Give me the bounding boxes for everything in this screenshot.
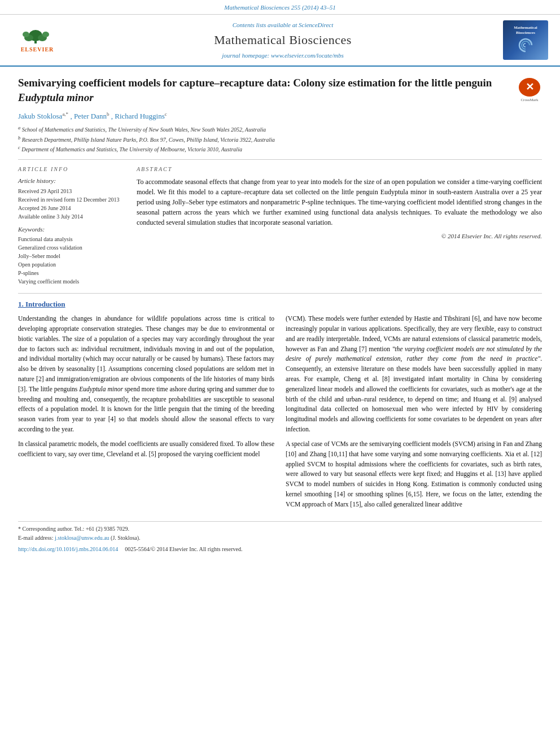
keyword-2: Jolly–Seber model xyxy=(18,252,125,260)
article-info-label: ARTICLE INFO xyxy=(18,165,125,173)
intro-para-left-1: In classical parametric models, the mode… xyxy=(18,439,274,460)
journal-logo: MathematicalBiosciences xyxy=(503,20,548,60)
main-content: Semivarying coefficient models for captu… xyxy=(0,67,560,562)
journal-citation: Mathematical Biosciences 255 (2014) 43–5… xyxy=(0,0,560,15)
history-item-0: Received 29 April 2013 xyxy=(18,187,125,195)
introduction-left-col: Understanding the changes in abundance f… xyxy=(18,314,274,514)
divider-2 xyxy=(18,293,542,294)
footer-note-star: * Corresponding author. Tel.: +61 (2) 93… xyxy=(18,525,542,533)
journal-title: Mathematical Biosciences xyxy=(72,32,493,49)
svg-point-4 xyxy=(23,32,29,37)
keyword-1: Generalized cross validation xyxy=(18,244,125,252)
footer-note-email: E-mail address: j.stoklosa@unsw.edu.au (… xyxy=(18,534,542,542)
journal-homepage: journal homepage: www.elsevier.com/locat… xyxy=(72,51,493,60)
footer: * Corresponding author. Tel.: +61 (2) 93… xyxy=(18,521,542,553)
affiliations: a School of Mathematics and Statistics, … xyxy=(18,125,542,154)
abstract-label: ABSTRACT xyxy=(137,165,542,173)
footer-copyright: 0025-5564/© 2014 Elsevier Inc. All right… xyxy=(125,545,242,553)
author-2[interactable]: Peter Dann xyxy=(74,112,107,120)
crossmark-badge[interactable]: ✕ CrossMark xyxy=(517,78,542,103)
footer-doi[interactable]: http://dx.doi.org/10.1016/j.mbs.2014.06.… xyxy=(18,545,118,553)
history-item-3: Available online 3 July 2014 xyxy=(18,213,125,221)
introduction-columns: Understanding the changes in abundance f… xyxy=(18,314,542,514)
intro-para-right-1: A special case of VCMs are the semivaryi… xyxy=(286,439,542,510)
history-item-2: Accepted 26 June 2014 xyxy=(18,204,125,212)
intro-para-right-0: (VCM). These models were further extende… xyxy=(286,314,542,435)
affiliation-a: a School of Mathematics and Statistics, … xyxy=(18,125,542,134)
sciencedirect-link[interactable]: Contents lists available at ScienceDirec… xyxy=(72,21,493,29)
keyword-4: P-splines xyxy=(18,269,125,277)
abstract-text: To accommodate seasonal effects that cha… xyxy=(137,177,542,228)
keyword-5: Varying coefficient models xyxy=(18,278,125,286)
author-3[interactable]: Richard Huggins xyxy=(115,112,164,120)
elsevier-logo: ELSEVIER xyxy=(12,27,63,54)
keywords-label: Keywords: xyxy=(18,225,125,234)
author-1[interactable]: Jakub Stoklosa xyxy=(18,112,62,120)
history-item-1: Received in revised form 12 December 201… xyxy=(18,196,125,204)
journal-header: ELSEVIER Contents lists available at Sci… xyxy=(0,15,560,67)
crossmark-label: CrossMark xyxy=(520,98,538,103)
article-info-abstract-section: ARTICLE INFO Article history: Received 2… xyxy=(18,165,542,286)
journal-logo-text: MathematicalBiosciences xyxy=(514,25,537,36)
affiliation-b: b Research Department, Phillip Island Na… xyxy=(18,135,542,144)
journal-header-center: Contents lists available at ScienceDirec… xyxy=(72,21,493,60)
introduction-right-col: (VCM). These models were further extende… xyxy=(286,314,542,514)
article-title: Semivarying coefficient models for captu… xyxy=(18,76,508,104)
crossmark-icon: ✕ xyxy=(519,78,540,96)
authors-line: Jakub Stoklosaa,* , Peter Dannb , Richar… xyxy=(18,111,542,122)
abstract-column: ABSTRACT To accommodate seasonal effects… xyxy=(137,165,542,286)
footer-links: http://dx.doi.org/10.1016/j.mbs.2014.06.… xyxy=(18,545,542,553)
article-title-section: Semivarying coefficient models for captu… xyxy=(18,76,542,104)
svg-point-5 xyxy=(42,32,49,37)
journal-logo-spiral-icon xyxy=(514,36,537,55)
elsevier-tree-icon xyxy=(18,27,57,45)
intro-para-left-0: Understanding the changes in abundance f… xyxy=(18,314,274,435)
elsevier-brand-text: ELSEVIER xyxy=(21,46,54,54)
journal-logo-area: MathematicalBiosciences xyxy=(500,20,551,60)
introduction-section: 1. Introduction Understanding the change… xyxy=(18,299,542,514)
article-history-label: Article history: xyxy=(18,177,125,185)
divider-1 xyxy=(18,159,542,160)
keyword-0: Functional data analysis xyxy=(18,235,125,243)
introduction-heading: 1. Introduction xyxy=(18,299,542,309)
affiliation-c: c Department of Mathematics and Statisti… xyxy=(18,145,542,154)
article-info-column: ARTICLE INFO Article history: Received 2… xyxy=(18,165,125,286)
abstract-copyright: © 2014 Elsevier Inc. All rights reserved… xyxy=(137,232,542,241)
keyword-3: Open population xyxy=(18,261,125,269)
email-link[interactable]: j.stoklosa@unsw.edu.au xyxy=(55,535,110,541)
elsevier-logo-area: ELSEVIER xyxy=(9,27,65,54)
